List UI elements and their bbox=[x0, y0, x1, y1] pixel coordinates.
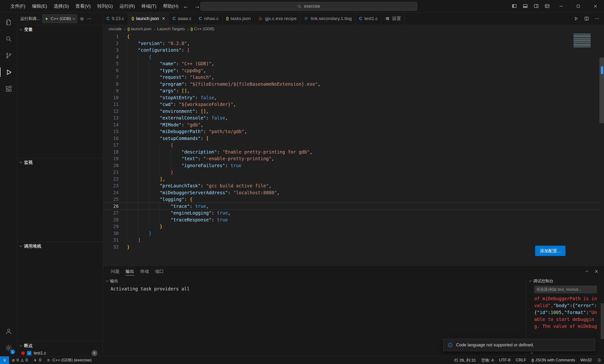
code-text[interactable]: "version": "0.2.0", bbox=[119, 40, 190, 47]
code-text[interactable]: "description": "Enable pretty-printing f… bbox=[119, 148, 312, 156]
menu-item-选择-s-[interactable]: 选择(S) bbox=[50, 0, 72, 12]
code-text[interactable]: "logging": { bbox=[119, 196, 192, 203]
more-actions-icon[interactable] bbox=[594, 16, 600, 21]
line-number[interactable]: 17 bbox=[103, 142, 119, 148]
code-text[interactable]: "type": "cppdbg", bbox=[119, 67, 206, 74]
menu-item-终端-t-[interactable]: 终端(T) bbox=[138, 0, 160, 12]
code-text[interactable]: "setupCommands": [ bbox=[119, 135, 209, 142]
code-text[interactable]: } bbox=[119, 223, 163, 230]
line-number[interactable]: 26 bbox=[103, 203, 119, 210]
code-text[interactable]: ], bbox=[119, 176, 165, 182]
line-number[interactable]: 23 bbox=[103, 182, 119, 189]
code-text[interactable]: "engineLogging": true, bbox=[119, 209, 231, 216]
debug-console-input[interactable]: > bbox=[530, 351, 533, 356]
toggle-panel-icon[interactable] bbox=[520, 0, 531, 12]
code-text[interactable]: ] bbox=[119, 237, 140, 243]
activity-settings[interactable]: 1 bbox=[0, 340, 17, 356]
section-header-调用堆栈[interactable]: 调用堆栈 bbox=[17, 242, 103, 250]
panel-tab-终端[interactable]: 终端 bbox=[137, 266, 152, 277]
close-window-button[interactable] bbox=[587, 0, 604, 12]
debug-console-filter-input[interactable]: 筛选器(例如 text, !exclud... bbox=[534, 286, 597, 293]
split-editor-icon[interactable] bbox=[584, 16, 589, 21]
code-text[interactable]: "preLaunchTask": "gcc build active file"… bbox=[119, 182, 271, 189]
start-debug-icon[interactable] bbox=[45, 17, 49, 21]
line-number[interactable]: 2 bbox=[103, 40, 119, 47]
line-number[interactable]: 32 bbox=[103, 243, 119, 250]
line-number[interactable]: 7 bbox=[103, 74, 119, 81]
minimap[interactable] bbox=[574, 34, 591, 47]
breakpoint-row[interactable]: test1.c6 bbox=[17, 350, 103, 356]
tab-test1-c[interactable]: Ctest1.c bbox=[355, 12, 381, 25]
code-text[interactable]: "externalConsole": false, bbox=[119, 114, 228, 121]
add-configuration-button[interactable]: 添加配置... bbox=[535, 246, 566, 256]
activity-extensions[interactable] bbox=[0, 80, 17, 97]
tab-aaaa-c[interactable]: Caaaa.c bbox=[169, 12, 195, 25]
cursor-position[interactable]: 行 26, 列 31 bbox=[452, 356, 479, 364]
code-text[interactable]: { bbox=[119, 33, 130, 40]
code-text[interactable]: "miDebuggerServerAddress": "localhost:80… bbox=[119, 189, 280, 196]
line-number[interactable]: 31 bbox=[103, 237, 119, 243]
line-number[interactable]: 13 bbox=[103, 114, 119, 121]
line-number[interactable]: 25 bbox=[103, 196, 119, 203]
line-number[interactable]: 30 bbox=[103, 230, 119, 237]
line-number[interactable]: 11 bbox=[103, 101, 119, 108]
menu-item-查看-v-[interactable]: 查看(V) bbox=[72, 0, 94, 12]
menu-item-运行-r-[interactable]: 运行(R) bbox=[116, 0, 138, 12]
line-number[interactable]: 9 bbox=[103, 87, 119, 94]
code-text[interactable]: "trace": true, bbox=[119, 203, 209, 210]
tab-设置[interactable]: 设置 bbox=[381, 12, 405, 25]
code-text[interactable]: } bbox=[119, 230, 151, 237]
line-number[interactable]: 18 bbox=[103, 148, 119, 156]
code-text[interactable]: "traceResponse": true bbox=[119, 216, 228, 223]
breadcrumb-item-launch-json[interactable]: {}launch.json bbox=[127, 27, 151, 31]
remote-indicator[interactable] bbox=[0, 356, 9, 364]
language-mode[interactable]: {} JSON with Comments bbox=[529, 356, 578, 364]
notification-toast[interactable]: Code language not supported or defined. bbox=[443, 339, 595, 351]
line-number[interactable]: 19 bbox=[103, 155, 119, 162]
section-header-监视[interactable]: 监视 bbox=[17, 158, 103, 166]
line-number[interactable]: 15 bbox=[103, 128, 119, 135]
maximize-button[interactable] bbox=[570, 0, 587, 12]
code-text[interactable]: "request": "launch", bbox=[119, 74, 214, 81]
code-text[interactable]: "ignoreFailures": true bbox=[119, 162, 241, 169]
line-number[interactable]: 21 bbox=[103, 169, 119, 176]
gear-icon[interactable] bbox=[80, 16, 84, 21]
indentation[interactable]: 空格: 4 bbox=[478, 356, 496, 364]
line-number[interactable]: 14 bbox=[103, 121, 119, 128]
code-text[interactable]: "args": [], bbox=[119, 87, 190, 94]
command-center-search[interactable]: exercise bbox=[200, 2, 417, 11]
line-number[interactable]: 5 bbox=[103, 60, 119, 67]
debug-console-scrollbar[interactable] bbox=[601, 303, 604, 339]
section-header-断点[interactable]: 断点 bbox=[17, 341, 103, 350]
toggle-sidebar-icon[interactable] bbox=[509, 0, 520, 12]
activity-explorer[interactable] bbox=[0, 14, 17, 30]
menu-item-编辑-e-[interactable]: 编辑(E) bbox=[29, 0, 50, 12]
code-text[interactable]: "environment": [], bbox=[119, 108, 209, 115]
tab-link-secondary-1-tlog[interactable]: link.secondary.1.tlog bbox=[300, 12, 355, 25]
line-number[interactable]: 28 bbox=[103, 216, 119, 223]
output-header[interactable]: 输出 bbox=[103, 277, 526, 285]
code-editor[interactable]: 1{2 "version": "0.2.0",3 "configurations… bbox=[103, 33, 604, 266]
menu-item-帮助-h-[interactable]: 帮助(H) bbox=[160, 0, 182, 12]
line-number[interactable]: 6 bbox=[103, 67, 119, 74]
line-number[interactable]: 22 bbox=[103, 176, 119, 182]
breadcrumb-item-launch-targets[interactable]: Launch Targets bbox=[157, 27, 185, 31]
customize-layout-icon[interactable] bbox=[541, 0, 553, 12]
panel-tab-问题[interactable]: 问题 bbox=[108, 266, 123, 277]
toggle-secondary-sidebar-icon[interactable] bbox=[531, 0, 541, 12]
code-text[interactable]: { bbox=[119, 54, 151, 61]
platform[interactable]: Win32 bbox=[578, 356, 594, 364]
code-text[interactable]: "name": "C++ (GDB)", bbox=[119, 60, 214, 67]
line-number[interactable]: 3 bbox=[103, 47, 119, 54]
tab-tasks-json[interactable]: {}tasks.json bbox=[223, 12, 255, 25]
eol-sequence[interactable]: CRLF bbox=[513, 356, 529, 364]
run-icon[interactable] bbox=[574, 16, 579, 21]
maximize-panel-icon[interactable] bbox=[585, 270, 588, 273]
encoding[interactable]: UTF-8 bbox=[496, 356, 513, 364]
more-actions-icon[interactable] bbox=[87, 16, 91, 21]
line-number[interactable]: 10 bbox=[103, 94, 119, 101]
forward-arrow-icon[interactable]: → bbox=[194, 3, 200, 10]
breakpoint-checkbox[interactable] bbox=[27, 351, 31, 355]
close-panel-icon[interactable] bbox=[594, 269, 599, 274]
line-number[interactable]: 29 bbox=[103, 223, 119, 230]
